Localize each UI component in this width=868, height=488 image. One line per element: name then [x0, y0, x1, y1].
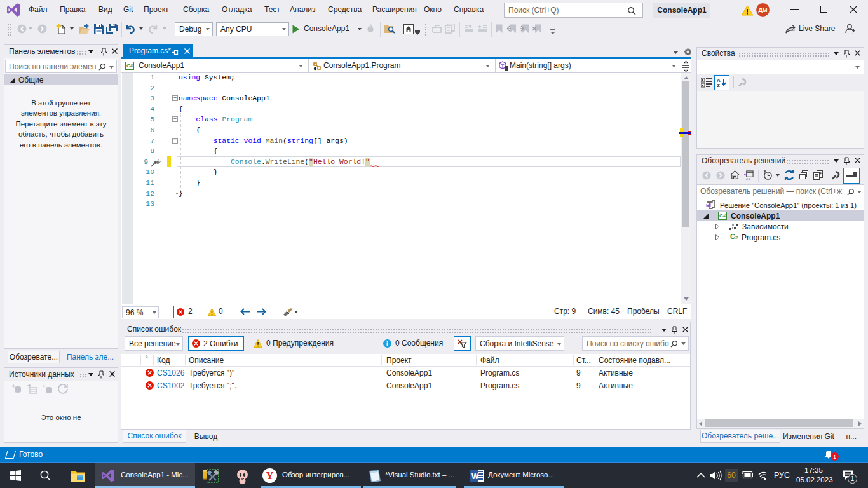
svg-text:Z: Z	[717, 83, 720, 88]
svg-text:W: W	[471, 472, 479, 481]
